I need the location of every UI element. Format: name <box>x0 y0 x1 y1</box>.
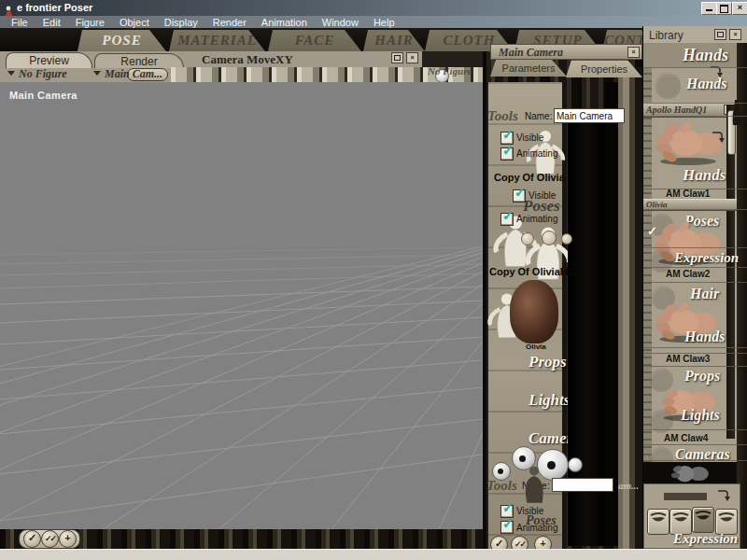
restore-button[interactable] <box>716 2 732 15</box>
palette-collapse-button[interactable] <box>391 52 403 63</box>
menu-render[interactable]: Render <box>205 17 254 28</box>
title-bar: e frontier Poser × <box>0 0 747 16</box>
hands-category-icon <box>655 73 681 99</box>
figure-heading: Copy Of Olivia <box>494 172 565 183</box>
check-icon: ✓ <box>514 188 526 197</box>
poser-window: e frontier Poser × File Edit Figure Obje… <box>0 0 747 560</box>
check-icon: ✓ <box>502 519 514 528</box>
dock-texture-column <box>618 67 642 549</box>
camera-dropdown[interactable]: Main Cam... <box>105 67 162 81</box>
branch-arrow-icon[interactable] <box>709 63 724 78</box>
library-section-hands[interactable]: Hands <box>683 166 726 185</box>
menu-display[interactable]: Display <box>157 17 205 28</box>
library-bottom-expression[interactable]: Expression <box>673 531 738 547</box>
window-title: e frontier Poser <box>17 2 92 13</box>
tab-preview[interactable]: Preview <box>6 52 92 68</box>
menu-window[interactable]: Window <box>315 17 366 28</box>
ground-plane-grid <box>0 82 483 529</box>
thumb-caption-am-claw1: AM Claw1 <box>666 189 710 199</box>
memory-dot-button[interactable] <box>542 231 557 245</box>
library-section-lights[interactable]: Lights <box>681 407 720 424</box>
menu-help[interactable]: Help <box>366 17 402 28</box>
props-category-label[interactable]: Props <box>529 353 567 371</box>
minimize-button[interactable] <box>701 2 717 15</box>
expression-preset-button-selected[interactable] <box>692 507 714 533</box>
tab-render[interactable]: Render <box>94 53 184 68</box>
check-icon: ✓ <box>502 130 514 139</box>
camera-trackball-icon[interactable] <box>568 457 583 472</box>
apply-all-button[interactable]: ✓✓ <box>41 530 59 548</box>
dock-shadow-column <box>605 82 618 546</box>
tools-palette-label: Tools <box>487 108 518 124</box>
olivia-bar-label: Olivia <box>646 200 668 209</box>
branch-arrow-icon[interactable] <box>711 129 726 144</box>
menu-figure[interactable]: Figure <box>68 17 112 28</box>
figure-dropdown-back: No Figure <box>428 65 472 77</box>
camera-menu-fragment: am... <box>618 480 639 491</box>
figure-dropdown[interactable]: No Figure <box>19 67 67 81</box>
properties-palette-title: Main Camera <box>499 46 563 60</box>
dropdown-arrow-icon <box>93 71 101 76</box>
properties-palette-title-bar[interactable]: Main Camera × <box>490 44 642 60</box>
library-close-button[interactable]: × <box>729 29 741 40</box>
thumb-caption-am-claw4: AM Claw4 <box>664 433 708 443</box>
tab-material[interactable]: MATERIAL <box>169 30 265 51</box>
check-icon: ✓ <box>502 503 514 512</box>
check-icon: ✓ <box>502 211 514 220</box>
viewport-canvas[interactable]: Main Camera <box>0 82 483 529</box>
menu-bar: File Edit Figure Object Display Render A… <box>0 16 747 28</box>
lights-category-label[interactable]: Lights <box>529 391 570 410</box>
name-field-label: Name: <box>525 111 552 121</box>
palette-close-button[interactable]: × <box>627 47 640 58</box>
thumb-caption-am-claw3: AM Claw3 <box>666 354 710 364</box>
animating-checkbox-label: Animating <box>516 148 557 159</box>
olivia-thumbnail-caption: Olivia <box>526 343 546 351</box>
check-icon: ✓ <box>647 224 657 238</box>
menu-object[interactable]: Object <box>112 17 157 28</box>
menu-animation[interactable]: Animation <box>254 17 315 28</box>
dark-figure-thumbnail[interactable] <box>512 465 557 506</box>
memory-dot-button[interactable] <box>521 232 534 245</box>
figure-heading-2: Copy Of OliviaMO <box>489 266 577 277</box>
close-button[interactable]: × <box>732 2 747 15</box>
animating-checkbox-3-label: Animating <box>516 523 557 533</box>
apply-check-button[interactable]: ✓ <box>23 530 41 548</box>
check-icon: ✓ <box>502 146 514 155</box>
viewport-camera-label: Main Camera <box>9 90 78 101</box>
animating-checkbox-3[interactable]: ✓ <box>500 521 514 534</box>
subpanel-header-bar <box>664 493 707 500</box>
menu-file[interactable]: File <box>4 17 35 28</box>
add-button[interactable]: + <box>59 530 77 548</box>
library-title: Library <box>649 29 684 42</box>
library-panel: Library × Hands Hands Apollo HandQ1 <box>642 26 747 549</box>
animating-checkbox-2[interactable]: ✓ <box>500 213 514 226</box>
app-icon <box>4 3 14 13</box>
animating-checkbox[interactable]: ✓ <box>500 147 514 161</box>
taskbar-strip <box>0 549 747 560</box>
library-section-hands-2[interactable]: Hands <box>684 329 726 345</box>
name-input-2[interactable] <box>552 478 613 492</box>
animating-label-2: Animating <box>516 214 557 224</box>
palette-close-button[interactable]: × <box>406 52 418 63</box>
dropdown-arrow-icon <box>7 71 15 76</box>
camera-palette-title: Camera MoveXY <box>202 52 293 67</box>
apollo-hand-label: Apollo HandQ1 <box>646 105 707 115</box>
library-section-expression[interactable]: Expression <box>674 250 739 266</box>
olivia-head-thumbnail[interactable] <box>510 280 558 343</box>
poses-ghost-label: Poses <box>523 197 560 216</box>
menu-edit[interactable]: Edit <box>35 17 68 28</box>
library-current-category: Hands <box>683 46 728 65</box>
memory-dot-button[interactable] <box>561 233 572 245</box>
library-collapse-button[interactable] <box>714 29 726 40</box>
camera-name-input[interactable] <box>554 108 625 123</box>
expression-preset-button[interactable] <box>647 509 669 535</box>
branch-arrow-icon[interactable] <box>716 487 731 502</box>
visible-checkbox-label: Visible <box>516 133 543 143</box>
thumb-caption-am-claw2: AM Claw2 <box>666 269 710 279</box>
